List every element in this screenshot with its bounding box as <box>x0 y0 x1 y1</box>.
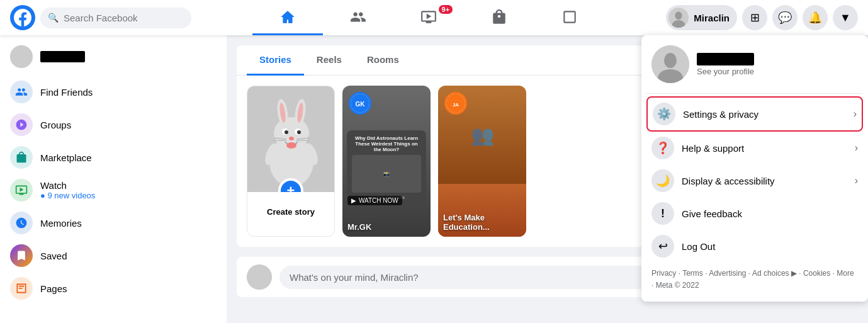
sidebar-item-groups[interactable]: Groups <box>5 108 222 141</box>
dropdown-profile-row[interactable]: See your profile <box>646 40 863 88</box>
nav-more[interactable] <box>534 0 605 35</box>
app-header: 🔍 9+ Miraclin ⊞ � <box>0 0 868 35</box>
search-icon: 🔍 <box>48 13 59 23</box>
sidebar-item-memories[interactable]: Memories <box>5 207 222 239</box>
logout-icon: ↩ <box>651 235 674 258</box>
footer-cookies[interactable]: Cookies <box>803 269 830 278</box>
menu-item-display[interactable]: 🌙 Display & accessibility › <box>646 164 863 197</box>
help-icon: ❓ <box>651 137 674 159</box>
sidebar-item-saved[interactable]: Saved <box>5 239 222 272</box>
svg-text:GK: GK <box>356 101 366 108</box>
nav-friends[interactable] <box>323 0 393 35</box>
footer-terms[interactable]: Terms <box>682 269 703 278</box>
help-label: Help & support <box>682 143 847 154</box>
menu-item-help[interactable]: ❓ Help & support › <box>646 132 863 164</box>
mrgk-avatar: GK <box>349 92 371 115</box>
groups-icon <box>10 113 33 136</box>
education-avatar: JA <box>444 92 467 115</box>
watch-label-group: Watch ● 9 new videos <box>40 180 95 200</box>
watch-icon <box>10 179 33 201</box>
footer-more[interactable]: More <box>837 269 854 278</box>
user-avatar <box>668 8 689 28</box>
pages-icon <box>10 277 33 300</box>
watch-now-badge: ▶WATCH NOW <box>347 196 402 205</box>
sidebar-item-watch[interactable]: Watch ● 9 new videos <box>5 174 222 207</box>
tab-rooms[interactable]: Rooms <box>354 45 412 76</box>
sidebar-label-marketplace: Marketplace <box>40 152 92 163</box>
create-story-card[interactable]: + Create story <box>247 86 335 237</box>
svg-point-3 <box>10 45 33 68</box>
find-friends-icon <box>10 81 33 103</box>
svg-point-16 <box>286 142 296 149</box>
marketplace-icon <box>10 146 33 169</box>
feedback-label: Give feedback <box>682 208 858 219</box>
apps-button[interactable]: ⊞ <box>742 5 767 30</box>
sidebar-label-pages: Pages <box>40 283 67 294</box>
facebook-logo[interactable] <box>10 5 35 30</box>
menu-item-settings[interactable]: ⚙️ Settings & privacy › <box>646 96 863 132</box>
search-bar[interactable]: 🔍 <box>40 8 191 28</box>
sidebar-label-saved: Saved <box>40 251 67 261</box>
svg-point-15 <box>289 137 294 140</box>
create-story-image: + <box>247 86 334 192</box>
footer-links: Privacy · Terms · Advertising · Ad choic… <box>646 263 863 297</box>
menu-item-feedback[interactable]: ! Give feedback <box>646 197 863 230</box>
display-chevron: › <box>855 175 858 186</box>
svg-point-1 <box>675 11 682 20</box>
svg-text:JA: JA <box>453 102 459 108</box>
nav-watch[interactable]: 9+ <box>393 0 464 35</box>
nav-right: Miraclin ⊞ 💬 🔔 ▼ <box>666 5 858 30</box>
menu-divider-1 <box>646 93 863 94</box>
svg-point-29 <box>664 53 677 68</box>
memories-icon <box>10 212 33 234</box>
dropdown-menu: See your profile ⚙️ Settings & privacy ›… <box>641 35 868 302</box>
dropdown-profile-name <box>697 53 754 65</box>
footer-advertising[interactable]: Advertising <box>709 269 746 278</box>
sidebar-label-find-friends: Find Friends <box>40 87 93 98</box>
display-label: Display & accessibility <box>682 176 847 186</box>
saved-icon <box>10 244 33 267</box>
create-story-label: Create story <box>267 207 315 222</box>
menu-item-logout[interactable]: ↩ Log Out <box>646 230 863 263</box>
sidebar-item-find-friends[interactable]: Find Friends <box>5 76 222 108</box>
help-chevron: › <box>855 142 858 154</box>
settings-label: Settings & privacy <box>683 109 846 120</box>
story-mrgk-content: Why Did Astronauts Learn These Weirdest … <box>342 86 431 237</box>
story-mrgk[interactable]: Why Did Astronauts Learn These Weirdest … <box>342 86 431 237</box>
story-education[interactable]: 👥 JA Let's Make Education... <box>438 86 526 237</box>
sidebar-item-marketplace[interactable]: Marketplace <box>5 141 222 174</box>
sidebar-label-groups: Groups <box>40 120 71 130</box>
user-chip[interactable]: Miraclin <box>666 5 737 30</box>
svg-point-14 <box>297 130 301 134</box>
svg-point-27 <box>247 264 272 290</box>
messenger-button[interactable]: 💬 <box>772 5 798 30</box>
sidebar-user-name <box>40 51 85 62</box>
logout-label: Log Out <box>682 241 858 252</box>
sidebar-label-memories: Memories <box>40 218 82 229</box>
feedback-icon: ! <box>651 202 674 225</box>
watch-badge: 9+ <box>439 5 453 14</box>
mrgk-story-name: Mr.GK <box>347 222 426 232</box>
footer-ad-choices[interactable]: Ad choices ▶ <box>752 269 797 278</box>
story-education-content: 👥 JA Let's Make Education... <box>438 86 526 237</box>
sidebar-label-watch: Watch <box>40 180 95 191</box>
user-name: Miraclin <box>694 13 730 23</box>
account-menu-button[interactable]: ▼ <box>833 5 858 30</box>
dropdown-see-profile: See your profile <box>697 67 754 76</box>
post-user-avatar <box>247 264 272 290</box>
dropdown-profile-info: See your profile <box>697 53 754 76</box>
nav-home[interactable] <box>252 0 323 35</box>
nav-marketplace[interactable] <box>464 0 534 35</box>
sidebar: Find Friends Groups Marketplace Watch ● … <box>0 35 227 323</box>
svg-point-13 <box>285 130 288 134</box>
notifications-button[interactable]: 🔔 <box>803 5 828 30</box>
dropdown-profile-avatar <box>651 45 689 83</box>
settings-chevron: › <box>854 108 857 120</box>
sidebar-user-profile[interactable] <box>5 40 222 73</box>
tab-stories[interactable]: Stories <box>247 45 304 76</box>
sidebar-user-avatar <box>10 45 33 68</box>
footer-privacy[interactable]: Privacy <box>651 269 676 278</box>
sidebar-item-pages[interactable]: Pages <box>5 272 222 305</box>
tab-reels[interactable]: Reels <box>304 45 354 76</box>
search-input[interactable] <box>64 13 184 23</box>
